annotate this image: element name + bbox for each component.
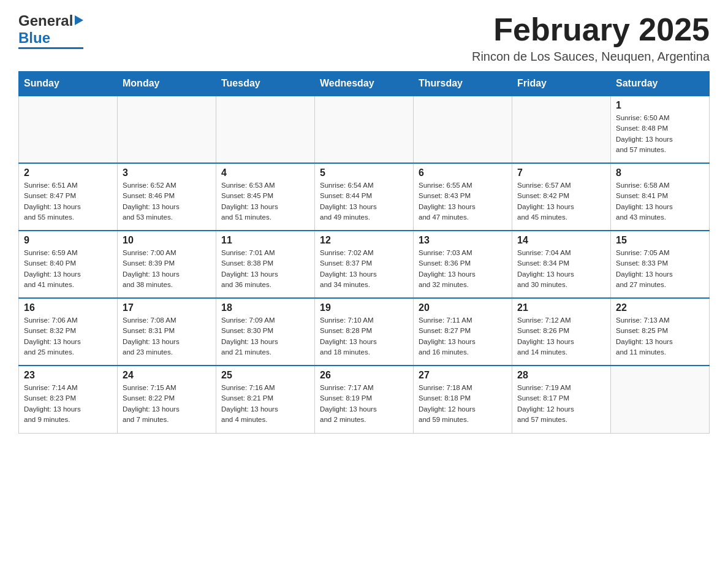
calendar-cell: 22Sunrise: 7:13 AM Sunset: 8:25 PM Dayli…: [611, 298, 710, 366]
calendar-table: SundayMondayTuesdayWednesdayThursdayFrid…: [18, 71, 710, 434]
calendar-cell: [19, 96, 118, 163]
calendar-cell: 3Sunrise: 6:52 AM Sunset: 8:46 PM Daylig…: [118, 163, 216, 231]
day-info: Sunrise: 7:00 AM Sunset: 8:39 PM Dayligh…: [123, 248, 211, 290]
title-section: February 2025 Rincon de Los Sauces, Neuq…: [472, 12, 710, 64]
day-info: Sunrise: 6:53 AM Sunset: 8:45 PM Dayligh…: [221, 180, 309, 223]
month-title: February 2025: [472, 12, 710, 47]
calendar-cell: 1Sunrise: 6:50 AM Sunset: 8:48 PM Daylig…: [611, 96, 710, 163]
calendar-cell: 2Sunrise: 6:51 AM Sunset: 8:47 PM Daylig…: [19, 163, 118, 231]
day-info: Sunrise: 6:51 AM Sunset: 8:47 PM Dayligh…: [24, 180, 112, 223]
calendar-cell: 5Sunrise: 6:54 AM Sunset: 8:44 PM Daylig…: [315, 163, 414, 231]
calendar-header-thursday: Thursday: [414, 72, 512, 96]
calendar-cell: 9Sunrise: 6:59 AM Sunset: 8:40 PM Daylig…: [19, 231, 118, 298]
calendar-cell: 21Sunrise: 7:12 AM Sunset: 8:26 PM Dayli…: [512, 298, 611, 366]
day-info: Sunrise: 6:50 AM Sunset: 8:48 PM Dayligh…: [616, 113, 704, 155]
logo: General Blue: [18, 12, 83, 49]
calendar-cell: 10Sunrise: 7:00 AM Sunset: 8:39 PM Dayli…: [118, 231, 216, 298]
calendar-cell: [611, 366, 710, 433]
calendar-cell: 7Sunrise: 6:57 AM Sunset: 8:42 PM Daylig…: [512, 163, 611, 231]
calendar-week-row: 23Sunrise: 7:14 AM Sunset: 8:23 PM Dayli…: [19, 366, 710, 433]
calendar-cell: [118, 96, 216, 163]
calendar-header-wednesday: Wednesday: [315, 72, 414, 96]
logo-underline: [18, 47, 83, 49]
day-info: Sunrise: 6:52 AM Sunset: 8:46 PM Dayligh…: [123, 180, 211, 223]
day-number: 11: [221, 235, 309, 246]
calendar-cell: 18Sunrise: 7:09 AM Sunset: 8:30 PM Dayli…: [216, 298, 315, 366]
day-info: Sunrise: 7:18 AM Sunset: 8:18 PM Dayligh…: [419, 383, 507, 425]
day-number: 20: [419, 302, 507, 313]
calendar-cell: 28Sunrise: 7:19 AM Sunset: 8:17 PM Dayli…: [512, 366, 611, 433]
day-info: Sunrise: 6:58 AM Sunset: 8:41 PM Dayligh…: [616, 180, 704, 223]
day-number: 3: [123, 167, 211, 178]
day-number: 23: [24, 370, 112, 381]
day-number: 19: [320, 302, 408, 313]
calendar-cell: 17Sunrise: 7:08 AM Sunset: 8:31 PM Dayli…: [118, 298, 216, 366]
calendar-header-row: SundayMondayTuesdayWednesdayThursdayFrid…: [19, 72, 710, 96]
calendar-cell: 13Sunrise: 7:03 AM Sunset: 8:36 PM Dayli…: [414, 231, 512, 298]
location-title: Rincon de Los Sauces, Neuquen, Argentina: [472, 50, 710, 64]
day-number: 15: [616, 235, 704, 246]
day-info: Sunrise: 7:06 AM Sunset: 8:32 PM Dayligh…: [24, 315, 112, 358]
day-number: 4: [221, 167, 309, 178]
day-info: Sunrise: 7:17 AM Sunset: 8:19 PM Dayligh…: [320, 383, 408, 425]
day-info: Sunrise: 7:10 AM Sunset: 8:28 PM Dayligh…: [320, 315, 408, 358]
day-number: 10: [123, 235, 211, 246]
day-info: Sunrise: 7:14 AM Sunset: 8:23 PM Dayligh…: [24, 383, 112, 425]
calendar-week-row: 9Sunrise: 6:59 AM Sunset: 8:40 PM Daylig…: [19, 231, 710, 298]
calendar-cell: 19Sunrise: 7:10 AM Sunset: 8:28 PM Dayli…: [315, 298, 414, 366]
day-number: 24: [123, 370, 211, 381]
calendar-cell: 6Sunrise: 6:55 AM Sunset: 8:43 PM Daylig…: [414, 163, 512, 231]
day-info: Sunrise: 7:02 AM Sunset: 8:37 PM Dayligh…: [320, 248, 408, 290]
day-info: Sunrise: 7:11 AM Sunset: 8:27 PM Dayligh…: [419, 315, 507, 358]
day-number: 12: [320, 235, 408, 246]
day-info: Sunrise: 7:16 AM Sunset: 8:21 PM Dayligh…: [221, 383, 309, 425]
day-number: 5: [320, 167, 408, 178]
calendar-header-monday: Monday: [118, 72, 216, 96]
calendar-cell: 12Sunrise: 7:02 AM Sunset: 8:37 PM Dayli…: [315, 231, 414, 298]
calendar-cell: 23Sunrise: 7:14 AM Sunset: 8:23 PM Dayli…: [19, 366, 118, 433]
day-info: Sunrise: 7:05 AM Sunset: 8:33 PM Dayligh…: [616, 248, 704, 290]
page-header: General Blue February 2025 Rincon de Los…: [18, 12, 710, 64]
calendar-cell: 25Sunrise: 7:16 AM Sunset: 8:21 PM Dayli…: [216, 366, 315, 433]
day-number: 16: [24, 302, 112, 313]
calendar-cell: [414, 96, 512, 163]
day-info: Sunrise: 6:59 AM Sunset: 8:40 PM Dayligh…: [24, 248, 112, 290]
day-number: 9: [24, 235, 112, 246]
day-info: Sunrise: 7:13 AM Sunset: 8:25 PM Dayligh…: [616, 315, 704, 358]
day-number: 17: [123, 302, 211, 313]
calendar-cell: 11Sunrise: 7:01 AM Sunset: 8:38 PM Dayli…: [216, 231, 315, 298]
day-info: Sunrise: 6:54 AM Sunset: 8:44 PM Dayligh…: [320, 180, 408, 223]
day-info: Sunrise: 7:12 AM Sunset: 8:26 PM Dayligh…: [517, 315, 605, 358]
day-info: Sunrise: 6:57 AM Sunset: 8:42 PM Dayligh…: [517, 180, 605, 223]
calendar-cell: 8Sunrise: 6:58 AM Sunset: 8:41 PM Daylig…: [611, 163, 710, 231]
calendar-cell: 16Sunrise: 7:06 AM Sunset: 8:32 PM Dayli…: [19, 298, 118, 366]
day-number: 1: [616, 100, 704, 111]
day-number: 2: [24, 167, 112, 178]
day-number: 6: [419, 167, 507, 178]
calendar-cell: 27Sunrise: 7:18 AM Sunset: 8:18 PM Dayli…: [414, 366, 512, 433]
day-number: 7: [517, 167, 605, 178]
day-info: Sunrise: 7:01 AM Sunset: 8:38 PM Dayligh…: [221, 248, 309, 290]
day-number: 21: [517, 302, 605, 313]
calendar-cell: [315, 96, 414, 163]
calendar-cell: [216, 96, 315, 163]
calendar-cell: 14Sunrise: 7:04 AM Sunset: 8:34 PM Dayli…: [512, 231, 611, 298]
day-number: 26: [320, 370, 408, 381]
day-info: Sunrise: 7:08 AM Sunset: 8:31 PM Dayligh…: [123, 315, 211, 358]
day-number: 14: [517, 235, 605, 246]
calendar-cell: 15Sunrise: 7:05 AM Sunset: 8:33 PM Dayli…: [611, 231, 710, 298]
calendar-cell: 4Sunrise: 6:53 AM Sunset: 8:45 PM Daylig…: [216, 163, 315, 231]
calendar-week-row: 16Sunrise: 7:06 AM Sunset: 8:32 PM Dayli…: [19, 298, 710, 366]
day-number: 22: [616, 302, 704, 313]
day-info: Sunrise: 7:15 AM Sunset: 8:22 PM Dayligh…: [123, 383, 211, 425]
calendar-cell: 20Sunrise: 7:11 AM Sunset: 8:27 PM Dayli…: [414, 298, 512, 366]
day-info: Sunrise: 7:03 AM Sunset: 8:36 PM Dayligh…: [419, 248, 507, 290]
calendar-cell: 26Sunrise: 7:17 AM Sunset: 8:19 PM Dayli…: [315, 366, 414, 433]
calendar-header-sunday: Sunday: [19, 72, 118, 96]
day-number: 8: [616, 167, 704, 178]
calendar-header-friday: Friday: [512, 72, 611, 96]
day-info: Sunrise: 7:04 AM Sunset: 8:34 PM Dayligh…: [517, 248, 605, 290]
calendar-header-tuesday: Tuesday: [216, 72, 315, 96]
calendar-header-saturday: Saturday: [611, 72, 710, 96]
logo-blue-text: Blue: [18, 29, 50, 47]
